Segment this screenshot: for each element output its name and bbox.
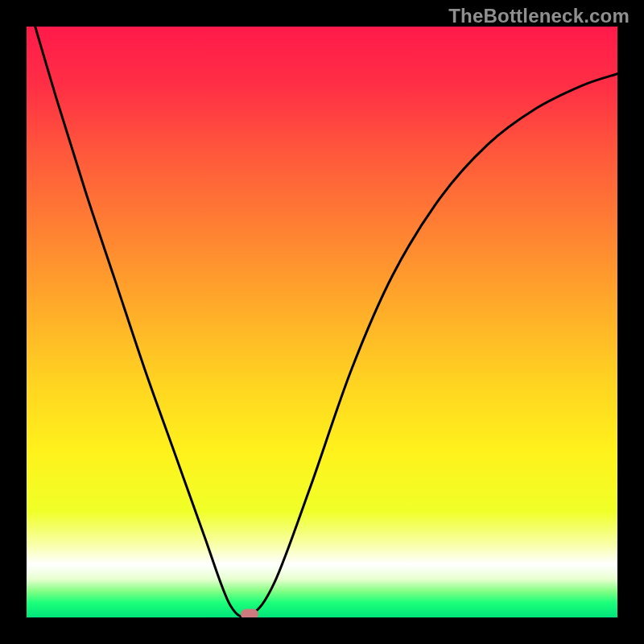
chart-frame: TheBottleneck.com [0,0,644,644]
plot-area [27,27,617,617]
bottleneck-curve [27,27,617,617]
watermark-text: TheBottleneck.com [448,5,630,27]
minimum-marker [241,609,258,617]
